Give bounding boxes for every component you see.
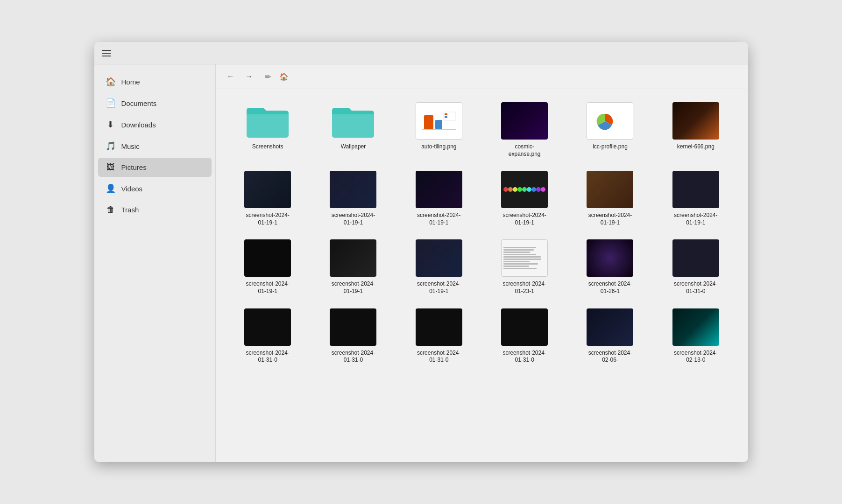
file-item[interactable]: screenshot-2024-01-19-1: [483, 167, 565, 230]
file-item[interactable]: screenshot-2024-01-31-0: [655, 236, 736, 299]
breadcrumb: 🏠: [279, 72, 297, 81]
svg-point-13: [517, 187, 522, 192]
minimize-button[interactable]: [694, 46, 709, 61]
file-item[interactable]: screenshot-2024-02-13-0: [655, 305, 736, 368]
file-name: screenshot-2024-01-19-1: [499, 212, 550, 226]
file-item[interactable]: screenshot-2024-01-19-1: [398, 167, 480, 230]
maximize-button[interactable]: [711, 46, 726, 61]
file-name: screenshot-2024-01-19-1: [242, 212, 293, 226]
sidebar-item-pictures[interactable]: 🖼 Pictures: [98, 158, 212, 177]
svg-point-12: [513, 187, 517, 192]
svg-point-17: [536, 187, 541, 192]
file-name: icc-profile.png: [593, 143, 628, 151]
menu-edit[interactable]: [130, 50, 141, 56]
back-button[interactable]: ←: [223, 69, 238, 84]
sidebar-item-downloads[interactable]: ⬇ Downloads: [98, 115, 212, 134]
edit-path-button[interactable]: ✏: [261, 69, 276, 84]
pictures-icon: 🖼: [106, 162, 116, 172]
file-name: auto-tiling.png: [421, 143, 456, 151]
file-thumb: [672, 171, 719, 208]
content-area: 🏠 Home 📄 Documents ⬇ Downloads 🎵 Music 🖼…: [94, 64, 748, 462]
file-item[interactable]: icc-profile.png: [569, 98, 651, 161]
file-name: screenshot-2024-01-19-1: [327, 280, 379, 295]
close-button[interactable]: [728, 46, 743, 61]
sidebar-label-music: Music: [121, 142, 140, 150]
file-name: screenshot-2024-01-31-0: [670, 280, 722, 295]
file-name: cosmic-expanse.png: [499, 143, 550, 158]
file-thumb: [501, 239, 548, 277]
file-item[interactable]: screenshot-2024-01-19-1: [227, 236, 309, 299]
file-name: Screenshots: [252, 143, 283, 151]
svg-point-10: [503, 187, 508, 192]
file-thumb: [244, 239, 291, 277]
forward-button[interactable]: →: [242, 69, 257, 84]
file-thumb: [587, 171, 633, 208]
menu-view[interactable]: [143, 50, 154, 56]
file-name: screenshot-2024-02-13-0: [670, 350, 722, 364]
file-item[interactable]: screenshot-2024-01-31-0: [398, 305, 480, 368]
sidebar-label-trash: Trash: [121, 206, 139, 214]
file-manager-window: 🏠 Home 📄 Documents ⬇ Downloads 🎵 Music 🖼…: [94, 42, 748, 462]
file-name: screenshot-2024-01-31-0: [327, 350, 379, 364]
file-name: screenshot-2024-01-31-0: [413, 350, 465, 364]
file-thumb: [330, 308, 376, 346]
svg-point-16: [531, 187, 536, 192]
file-item[interactable]: Screenshots: [227, 98, 309, 161]
file-thumb: [501, 171, 548, 208]
file-item[interactable]: screenshot-2024-01-23-1: [483, 236, 565, 299]
file-item[interactable]: auto-tiling.png: [398, 98, 480, 161]
file-item[interactable]: screenshot-2024-01-31-0: [483, 305, 565, 368]
file-thumb: [244, 308, 291, 346]
sidebar-item-trash[interactable]: 🗑 Trash: [98, 200, 212, 219]
file-item[interactable]: kernel-666.png: [655, 98, 736, 161]
file-item[interactable]: screenshot-2024-01-19-1: [569, 167, 651, 230]
downloads-icon: ⬇: [106, 119, 116, 130]
file-name: Wallpaper: [341, 143, 366, 151]
svg-point-15: [527, 187, 531, 192]
documents-icon: 📄: [106, 98, 116, 108]
file-thumb: [244, 171, 291, 208]
file-thumb: [416, 239, 462, 277]
menu-file[interactable]: [117, 50, 128, 56]
file-item[interactable]: Wallpaper: [312, 98, 394, 161]
file-name: screenshot-2024-01-19-1: [584, 212, 636, 226]
sidebar-item-music[interactable]: 🎵 Music: [98, 136, 212, 156]
file-name: screenshot-2024-01-19-1: [670, 212, 722, 226]
file-item[interactable]: cosmic-expanse.png: [483, 98, 565, 161]
svg-rect-1: [424, 115, 433, 129]
file-item[interactable]: screenshot-2024-01-26-1: [569, 236, 651, 299]
file-item[interactable]: screenshot-2024-02-06-: [569, 305, 651, 368]
sidebar-item-videos[interactable]: 👤 Videos: [98, 179, 212, 198]
file-item[interactable]: screenshot-2024-01-19-1: [312, 236, 394, 299]
main-area: ← → ✏ 🏠 Screenshots: [216, 64, 748, 462]
file-thumb: [501, 308, 548, 346]
sidebar-item-home[interactable]: 🏠 Home: [98, 72, 212, 91]
sidebar-label-pictures: Pictures: [121, 163, 147, 171]
svg-point-11: [508, 187, 513, 192]
sidebar-item-documents[interactable]: 📄 Documents: [98, 93, 212, 113]
file-thumb: [672, 308, 719, 346]
file-item[interactable]: screenshot-2024-01-19-1: [227, 167, 309, 230]
folder-thumb: [244, 102, 291, 140]
window-controls: [694, 46, 743, 61]
folder-thumb: [330, 102, 376, 140]
music-icon: 🎵: [106, 141, 116, 151]
sidebar: 🏠 Home 📄 Documents ⬇ Downloads 🎵 Music 🖼…: [94, 64, 216, 462]
file-item[interactable]: screenshot-2024-01-31-0: [312, 305, 394, 368]
sidebar-label-documents: Documents: [121, 99, 157, 107]
file-name: screenshot-2024-01-19-1: [327, 212, 379, 226]
file-item[interactable]: screenshot-2024-01-19-1: [398, 236, 480, 299]
file-item[interactable]: screenshot-2024-01-31-0: [227, 305, 309, 368]
file-thumb: [672, 102, 719, 140]
home-icon: 🏠: [106, 77, 116, 87]
file-thumb: [416, 171, 462, 208]
file-item[interactable]: screenshot-2024-01-19-1: [312, 167, 394, 230]
file-item[interactable]: screenshot-2024-01-19-1: [655, 167, 736, 230]
folder-icon: [247, 104, 289, 138]
sidebar-label-home: Home: [121, 78, 140, 86]
svg-point-14: [522, 187, 527, 192]
svg-point-18: [541, 187, 545, 192]
file-name: screenshot-2024-01-31-0: [499, 350, 550, 364]
file-name: screenshot-2024-01-19-1: [413, 280, 465, 295]
hamburger-menu[interactable]: [100, 47, 113, 60]
